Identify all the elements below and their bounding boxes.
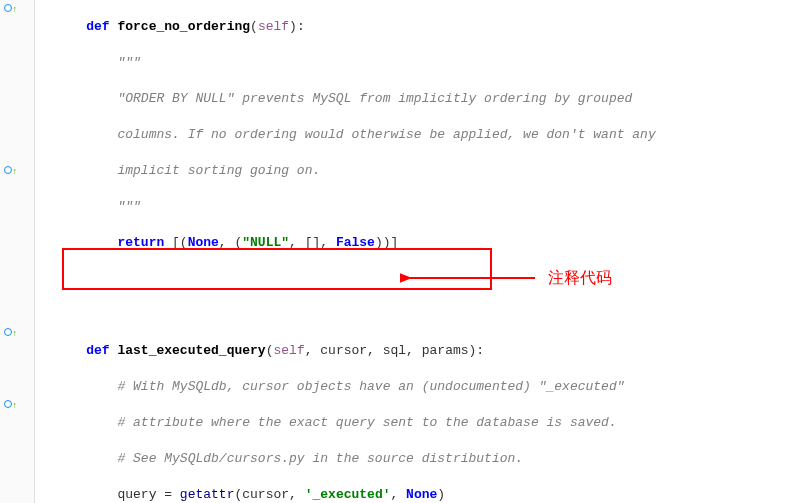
code-line: # attribute where the exact query sent t… bbox=[35, 414, 804, 432]
code-line bbox=[35, 306, 804, 324]
code-line: def last_executed_query(self, cursor, sq… bbox=[35, 342, 804, 360]
code-line: # With MySQLdb, cursor objects have an (… bbox=[35, 378, 804, 396]
code-area[interactable]: def force_no_ordering(self): """ "ORDER … bbox=[35, 0, 804, 503]
code-line bbox=[35, 270, 804, 288]
code-line: """ bbox=[35, 54, 804, 72]
gutter-marker[interactable]: ↑ bbox=[4, 400, 17, 411]
code-line: return [(None, ("NULL", [], False))] bbox=[35, 234, 804, 252]
gutter-marker[interactable]: ↑ bbox=[4, 4, 17, 15]
gutter: ↑ ↑ ↑ ↑ bbox=[0, 0, 35, 503]
gutter-marker[interactable]: ↑ bbox=[4, 166, 17, 177]
code-line: columns. If no ordering would otherwise … bbox=[35, 126, 804, 144]
code-line: # See MySQLdb/cursors.py in the source d… bbox=[35, 450, 804, 468]
code-line: query = getattr(cursor, '_executed', Non… bbox=[35, 486, 804, 503]
code-line: """ bbox=[35, 198, 804, 216]
code-line: "ORDER BY NULL" prevents MySQL from impl… bbox=[35, 90, 804, 108]
code-line: def force_no_ordering(self): bbox=[35, 18, 804, 36]
code-editor: ↑ ↑ ↑ ↑ def force_no_ordering(self): """… bbox=[0, 0, 804, 503]
code-line: implicit sorting going on. bbox=[35, 162, 804, 180]
gutter-marker[interactable]: ↑ bbox=[4, 328, 17, 339]
